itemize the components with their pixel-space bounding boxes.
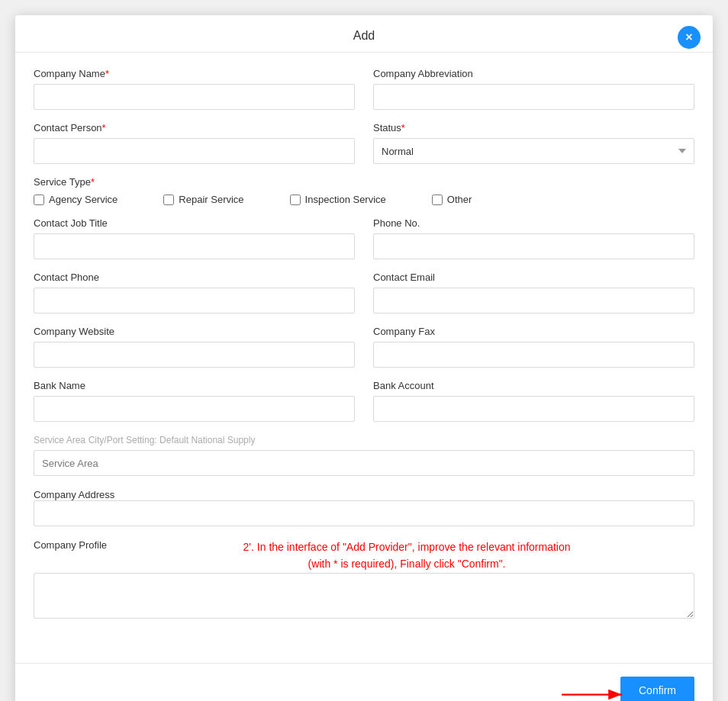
contact-job-title-label: Contact Job Title [34, 217, 355, 229]
checkbox-agency-label: Agency Service [49, 194, 118, 205]
phone-email-row: Contact Phone Contact Email [34, 272, 694, 314]
checkbox-other[interactable]: Other [432, 194, 472, 205]
service-area-input[interactable] [34, 450, 694, 476]
company-fax-group: Company Fax [373, 326, 694, 368]
contact-person-group: Contact Person* [34, 122, 355, 164]
service-type-label: Service Type* [34, 176, 694, 188]
company-website-label: Company Website [34, 326, 355, 337]
company-name-label: Company Name* [34, 68, 355, 79]
website-fax-row: Company Website Company Fax [34, 326, 694, 368]
service-area-hint: City/Port Setting: Default National Supp… [89, 435, 256, 445]
company-website-input[interactable] [34, 342, 355, 368]
contact-job-title-input[interactable] [34, 233, 355, 259]
status-label: Status* [373, 122, 694, 133]
checkbox-other-label: Other [447, 194, 472, 205]
status-group: Status* Normal Inactive [373, 122, 694, 164]
contact-job-title-group: Contact Job Title [34, 217, 355, 259]
contact-phone-input[interactable] [34, 288, 355, 314]
service-area-section: Service Area City/Port Setting: Default … [34, 434, 694, 476]
company-address-section: Company Address [34, 488, 694, 526]
company-website-group: Company Website [34, 326, 355, 368]
phone-no-input[interactable] [373, 233, 694, 259]
bank-account-group: Bank Account [373, 380, 694, 422]
checkbox-repair[interactable]: Repair Service [163, 194, 243, 205]
modal-body: Company Name* Company Abbreviation Conta… [15, 53, 713, 663]
company-name-input[interactable] [34, 84, 355, 110]
phone-no-group: Phone No. [373, 217, 694, 259]
close-button[interactable]: × [678, 26, 701, 49]
company-abbr-input[interactable] [373, 84, 694, 110]
company-abbr-group: Company Abbreviation [373, 68, 694, 110]
company-address-input[interactable] [34, 500, 694, 526]
company-fax-label: Company Fax [373, 326, 694, 337]
company-fax-input[interactable] [373, 342, 694, 368]
modal-footer: Confirm [15, 663, 713, 701]
checkbox-inspection-input[interactable] [290, 195, 301, 205]
checkbox-inspection-label: Inspection Service [305, 194, 386, 205]
bank-account-input[interactable] [373, 396, 694, 422]
bank-row: Bank Name Bank Account [34, 380, 694, 422]
bank-name-group: Bank Name [34, 380, 355, 422]
bank-name-label: Bank Name [34, 380, 355, 391]
contact-phone-group: Contact Phone [34, 272, 355, 314]
company-name-group: Company Name* [34, 68, 355, 110]
modal-title: Add [353, 29, 375, 43]
add-modal: Add × Company Name* Company Abbreviation… [15, 15, 713, 701]
contact-email-group: Contact Email [373, 272, 694, 314]
arrow-icon [562, 680, 630, 701]
annotation-line1: 2'. In the interface of "Add Provider", … [119, 539, 694, 555]
company-profile-textarea[interactable] [34, 573, 694, 619]
company-profile-section: Company Profile 2'. In the interface of … [34, 539, 694, 621]
modal-header: Add × [15, 15, 713, 53]
phone-no-label: Phone No. [373, 217, 694, 229]
checkboxes-row: Agency Service Repair Service Inspection… [34, 194, 694, 205]
contact-person-label: Contact Person* [34, 122, 355, 133]
checkbox-repair-label: Repair Service [179, 194, 243, 205]
company-address-label: Company Address [34, 489, 114, 500]
job-phone-row: Contact Job Title Phone No. [34, 217, 694, 259]
bank-account-label: Bank Account [373, 380, 694, 391]
service-type-section: Service Type* Agency Service Repair Serv… [34, 176, 694, 205]
confirm-button[interactable]: Confirm [620, 677, 694, 702]
contact-phone-label: Contact Phone [34, 272, 355, 283]
checkbox-inspection[interactable]: Inspection Service [290, 194, 386, 205]
contact-email-input[interactable] [373, 288, 694, 314]
contact-email-label: Contact Email [373, 272, 694, 283]
checkbox-agency-input[interactable] [34, 195, 44, 205]
checkbox-agency[interactable]: Agency Service [34, 194, 118, 205]
checkbox-other-input[interactable] [432, 195, 443, 205]
annotation-line2: (with * is required), Finally click "Con… [119, 555, 694, 572]
bank-name-input[interactable] [34, 396, 355, 422]
service-area-label: Service Area City/Port Setting: Default … [34, 434, 694, 445]
company-abbr-label: Company Abbreviation [373, 68, 694, 79]
status-select[interactable]: Normal Inactive [373, 138, 694, 164]
contact-status-row: Contact Person* Status* Normal Inactive [34, 122, 694, 164]
company-row: Company Name* Company Abbreviation [34, 68, 694, 110]
company-profile-label: Company Profile [34, 539, 107, 551]
checkbox-repair-input[interactable] [163, 195, 174, 205]
contact-person-input[interactable] [34, 138, 355, 164]
